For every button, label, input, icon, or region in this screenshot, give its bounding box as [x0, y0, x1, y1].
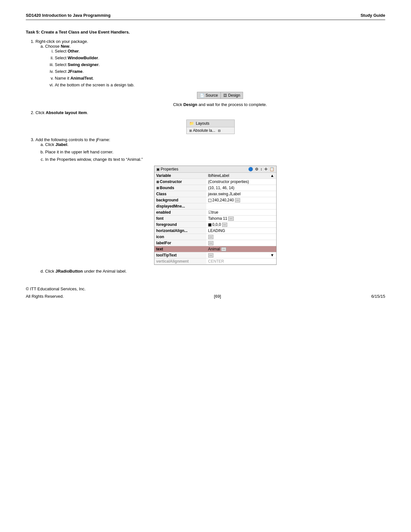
task-title: Task 5: Create a Test Class and Use Even… [26, 30, 385, 34]
properties-table-container: ▣ Properties 🔵 ⚙ ↕ ✛ 📋 [45, 166, 385, 265]
step-1a: Choose New. Select Other. Select WindowB… [45, 44, 385, 107]
prop-scroll-up[interactable]: ▲ [269, 173, 276, 179]
source-tab-label[interactable]: Source [206, 93, 218, 98]
layouts-label: Layouts [196, 121, 210, 126]
bold-jradiobutton: JRadioButton [55, 269, 83, 274]
layouts-header: 📁 Layouts [187, 120, 234, 127]
bold-design: Design [183, 102, 197, 107]
design-tab-label[interactable]: Design [228, 93, 240, 98]
prop-name-enabled: enabled [154, 209, 206, 216]
prop-scroll-space10 [269, 240, 276, 246]
tab-caption: Click Design and wait for the process to… [55, 102, 385, 107]
step-1a-iv: Select JFrame. [55, 69, 385, 74]
prop-scroll-space7 [269, 222, 276, 228]
background-color-swatch [208, 199, 211, 202]
prop-value-labelfor: ··· [206, 240, 269, 246]
icon-ellipsis-btn[interactable]: ··· [208, 235, 213, 239]
toolbar-add-icon[interactable]: ✛ [264, 167, 268, 171]
prop-name-background: background [154, 197, 206, 203]
prop-value-constructor: (Constructor properties) [206, 179, 269, 185]
toolbar-copy-icon[interactable]: 📋 [269, 167, 274, 171]
prop-value-horizontalalign: LEADING [206, 228, 269, 234]
bold-jlabel: Jlabel [55, 142, 67, 147]
header-subtitle: Study Guide [360, 13, 385, 18]
footer-copyright: © ITT Educational Services, Inc. [26, 286, 385, 291]
main-list: Right-click on your package. Choose New.… [35, 39, 385, 274]
prop-scroll-space6 [269, 216, 276, 222]
step-1a-i: Select Other. [55, 49, 385, 53]
bold-other: Other [68, 49, 79, 53]
font-ellipsis-btn[interactable]: ··· [228, 217, 233, 221]
prop-value-class: javax.swing.JLabel [206, 191, 269, 197]
layouts-expand-icon: ⊟ [218, 129, 220, 132]
bold-jframe: JFrame [68, 69, 83, 74]
labelfor-ellipsis-btn[interactable]: ··· [208, 241, 213, 245]
prop-row-bounds: ⊞ Bounds (10, 11, 46, 14) [154, 185, 276, 191]
properties-table: Variable lblNewLabel ▲ ⊞ Constructor (Co… [154, 173, 276, 265]
prop-value-foreground: 0,0,0 ··· [206, 222, 269, 228]
step-3a: Click Jlabel. [45, 142, 385, 147]
bold-absolute-layout: Absolute layout item [46, 110, 87, 115]
properties-scroll-area: Variable lblNewLabel ▲ ⊞ Constructor (Co… [154, 173, 276, 265]
layouts-grid-icon: ⊞ [189, 129, 192, 132]
prop-name-text: text [154, 246, 206, 252]
prop-row-labelfor: labelFor ··· [154, 240, 276, 246]
prop-value-bounds: (10, 11, 46, 14) [206, 185, 269, 191]
foreground-ellipsis-btn[interactable]: ··· [222, 223, 227, 227]
footer-rights: All Rights Reserved. [26, 294, 64, 299]
source-design-tabs[interactable]: 📄 Source 🖼 Design [197, 92, 243, 99]
header-title: SD1420 Introduction to Java Programming [26, 13, 111, 18]
bold-animaltest: AnimalTest [70, 76, 93, 81]
toolbar-gear-icon[interactable]: ⚙ [255, 167, 259, 171]
prop-value-font: Tahoma 11 ··· [206, 216, 269, 222]
alpha-list-1: Choose New. Select Other. Select WindowB… [45, 44, 385, 107]
layouts-widget-container: 📁 Layouts ⊞ Absolute la... ⊟ [35, 120, 385, 134]
layouts-widget: 📁 Layouts ⊞ Absolute la... ⊟ [186, 120, 235, 134]
source-tab[interactable]: 📄 Source [197, 92, 221, 99]
prop-value-icon: ··· [206, 234, 269, 240]
toolbar-filter-icon[interactable]: 🔵 [248, 167, 253, 171]
prop-scroll-space2 [269, 191, 276, 197]
prop-scroll-space13 [269, 258, 276, 265]
prop-name-variable: Variable [154, 173, 206, 179]
step-3d: Click JRadioButton under the Animal labe… [45, 269, 385, 274]
properties-toolbar: ▣ Properties 🔵 ⚙ ↕ ✛ 📋 [154, 166, 276, 173]
background-ellipsis-btn[interactable]: ··· [235, 198, 240, 202]
prop-row-verticalalignment: verticalAlignment CENTER [154, 258, 276, 265]
step-1a-v: Name it AnimalTest. [55, 76, 385, 81]
prop-row-variable: Variable lblNewLabel ▲ [154, 173, 276, 179]
prop-row-tooltiptext: toolTipText ··· ▼ [154, 252, 276, 258]
prop-value-displayedmne [206, 203, 269, 209]
layouts-folder-icon: 📁 [189, 121, 194, 126]
footer-bottom: All Rights Reserved. [69] 6/15/15 [26, 294, 385, 299]
prop-value-variable: lblNewLabel [206, 173, 269, 179]
step-3b: Place it in the upper left hand corner. [45, 150, 385, 154]
prop-row-foreground: foreground 0,0,0 ··· [154, 222, 276, 228]
prop-row-displayedmne: displayedMne... [154, 203, 276, 209]
step-1a-vi: At the bottom of the screen is a design … [55, 82, 385, 107]
design-tab[interactable]: 🖼 Design [221, 92, 243, 99]
prop-name-displayedmne: displayedMne... [154, 203, 206, 209]
enabled-checkbox[interactable] [208, 210, 212, 215]
text-ellipsis-btn[interactable]: ··· [221, 247, 226, 251]
alpha-list-3: Click Jlabel. Place it in the upper left… [45, 142, 385, 265]
layouts-absolute-row[interactable]: ⊞ Absolute la... ⊟ [187, 127, 234, 134]
prop-scroll-space5 [269, 209, 276, 216]
toolbar-sort-icon[interactable]: ↕ [260, 167, 262, 171]
prop-value-background: 240,240,240 ··· [206, 197, 269, 203]
footer: © ITT Educational Services, Inc. All Rig… [26, 286, 385, 299]
prop-scroll-space8 [269, 228, 276, 234]
absolute-layout-label[interactable]: Absolute la... [193, 128, 215, 133]
prop-name-constructor: ⊞ Constructor [154, 179, 206, 185]
properties-title: Properties [161, 167, 179, 171]
step-3: Add the following controls to the jFrame… [35, 137, 385, 274]
prop-name-foreground: foreground [154, 222, 206, 228]
prop-value-tooltiptext: ··· [206, 252, 269, 258]
prop-name-tooltiptext: toolTipText [154, 252, 206, 258]
tooltiptext-ellipsis-btn[interactable]: ··· [208, 253, 213, 257]
prop-name-font: font [154, 216, 206, 222]
prop-name-horizontalalign: horizontalAlign... [154, 228, 206, 234]
properties-widget: ▣ Properties 🔵 ⚙ ↕ ✛ 📋 [154, 166, 277, 265]
prop-name-class: Class [154, 191, 206, 197]
prop-name-verticalalignment: verticalAlignment [154, 258, 206, 265]
